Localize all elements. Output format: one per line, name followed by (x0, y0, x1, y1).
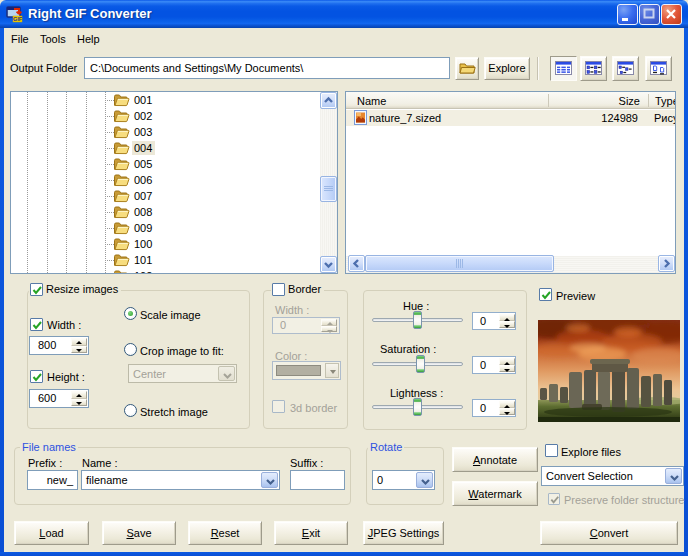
svg-text:GIF: GIF (13, 16, 23, 22)
